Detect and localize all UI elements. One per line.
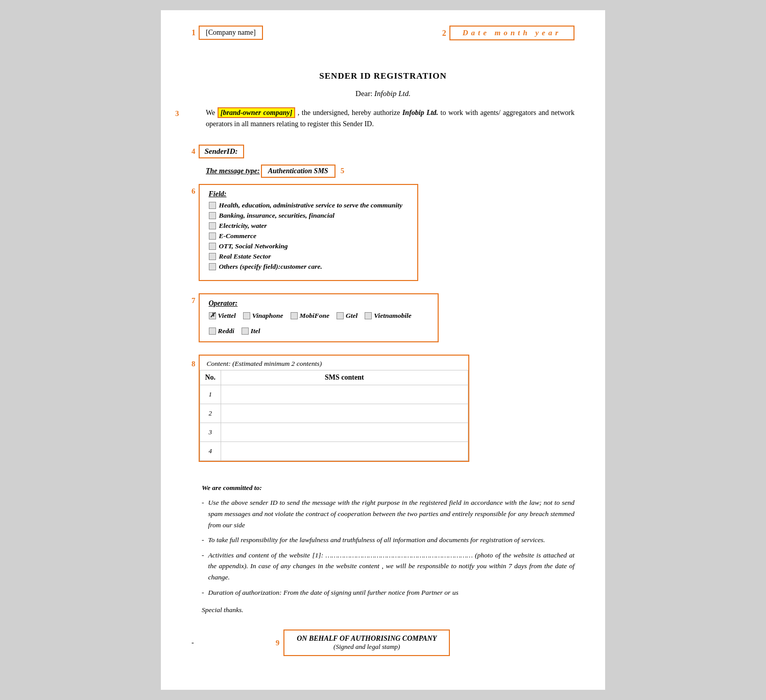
sms-content-cell[interactable] (221, 441, 468, 460)
number-7: 7 (192, 296, 196, 305)
checkbox-icon[interactable] (209, 263, 216, 270)
field-option[interactable]: Others (specify field):customer care. (209, 263, 408, 271)
operator-label-text: Itel (251, 327, 260, 335)
authorising-box: ON BEHALF OF AUTHORISING COMPANY (Signed… (283, 629, 450, 656)
infobip-italic: Infobip Ltd. (402, 109, 438, 116)
table-row: 2 (200, 404, 468, 423)
operator-label-text: Gtel (346, 312, 357, 320)
row-number: 3 (200, 423, 221, 441)
commitment-dash: - (202, 497, 204, 508)
commitment-item: -Activities and content of the website [… (202, 550, 574, 583)
operator-label: Operator: (209, 299, 428, 308)
number-9: 9 (276, 639, 280, 647)
field-option[interactable]: Health, education, administrative servic… (209, 201, 408, 209)
operator-checkbox[interactable] (291, 312, 298, 319)
authorising-subtitle: (Signed and legal stamp) (297, 643, 437, 651)
commitment-text: Use the above sender ID to send the mess… (208, 497, 575, 530)
field-label: Field: (209, 190, 408, 198)
content-table: No. SMS content 1234 (200, 370, 468, 461)
commitment-dash: - (202, 534, 204, 546)
operator-item[interactable]: Vinaphone (243, 312, 283, 320)
table-row: 4 (200, 441, 468, 460)
row-number: 2 (200, 404, 221, 423)
field-option-label: E-Commerce (219, 232, 257, 240)
col-no-header: No. (200, 370, 221, 385)
checkbox-icon[interactable] (209, 222, 216, 229)
operator-item[interactable]: ✗Viettel (209, 312, 236, 320)
field-option-label: Electricity, water (219, 222, 267, 230)
number-2: 2 (442, 29, 446, 38)
operator-label-text: Vinaphone (252, 312, 283, 320)
dear-company: Infobip Ltd. (374, 89, 411, 98)
field-option-label: Others (specify field):customer care. (219, 263, 322, 271)
field-option[interactable]: OTT, Social Networking (209, 242, 408, 250)
operator-checkbox[interactable] (337, 312, 344, 319)
field-option-label: OTT, Social Networking (219, 242, 288, 250)
field-section: Field: Health, education, administrative… (199, 184, 418, 281)
operator-item[interactable]: Gtel (337, 312, 357, 320)
special-thanks: Special thanks. (202, 606, 574, 614)
operator-checkbox[interactable] (243, 312, 250, 319)
field-option[interactable]: Real Estate Sector (209, 252, 408, 261)
commitment-dash: - (202, 550, 204, 561)
table-row: 3 (200, 423, 468, 441)
field-option[interactable]: Electricity, water (209, 222, 408, 230)
operator-item[interactable]: Reddi (209, 327, 234, 335)
body-intro: We (206, 109, 215, 116)
field-option-label: Banking, insurance, securities, financia… (219, 212, 335, 220)
operator-checkbox[interactable] (365, 312, 372, 319)
checkbox-icon[interactable] (209, 202, 216, 209)
checkbox-icon[interactable] (209, 243, 216, 250)
number-5: 5 (341, 167, 345, 175)
page-title: SENDER ID REGISTRATION (192, 71, 574, 81)
row-number: 1 (200, 385, 221, 404)
operator-item[interactable]: MobiFone (291, 312, 330, 320)
table-row: 1 (200, 385, 468, 404)
commitment-item: -Duration of authorization: From the dat… (202, 587, 574, 598)
commitment-item: -Use the above sender ID to send the mes… (202, 497, 574, 530)
number-1: 1 (192, 28, 196, 37)
operator-item[interactable]: Vietnamobile (365, 312, 412, 320)
row-number: 4 (200, 441, 221, 460)
operator-label-text: Vietnamobile (374, 312, 412, 320)
number-4: 4 (192, 147, 196, 156)
commitment-text: Activities and content of the website [1… (208, 550, 575, 583)
field-option[interactable]: E-Commerce (209, 232, 408, 240)
operator-item[interactable]: Itel (242, 327, 260, 335)
commitments-section: We are committed to: -Use the above send… (202, 482, 574, 598)
sms-content-cell[interactable] (221, 423, 468, 441)
operator-checkbox[interactable]: ✗ (209, 312, 216, 319)
checkbox-icon[interactable] (209, 232, 216, 240)
footer-dash: - (192, 639, 194, 647)
sms-content-cell[interactable] (221, 385, 468, 404)
content-header: Content: (Estimated minimum 2 contents) (200, 356, 468, 370)
number-3: 3 (175, 107, 179, 120)
commitment-text: To take full responsibility for the lawf… (208, 534, 545, 546)
content-section: Content: (Estimated minimum 2 contents) … (199, 355, 469, 462)
operator-checkbox[interactable] (242, 328, 249, 335)
field-option[interactable]: Banking, insurance, securities, financia… (209, 212, 408, 220)
operator-label-text: Reddi (218, 327, 234, 335)
company-name-field[interactable]: [Company name] (199, 26, 263, 40)
commitment-text: Duration of authorization: From the date… (208, 587, 459, 598)
operator-checkbox[interactable] (209, 328, 216, 335)
brand-owner-field[interactable]: [brand-owner company] (218, 107, 296, 118)
sms-content-cell[interactable] (221, 404, 468, 423)
operator-label-text: MobiFone (300, 312, 330, 320)
message-type-value[interactable]: Authentication SMS (261, 165, 336, 178)
commitment-dash: - (202, 587, 204, 598)
sender-id-label[interactable]: SenderID: (199, 145, 244, 158)
message-type-label: The message type: (206, 167, 260, 175)
checkbox-icon[interactable] (209, 212, 216, 219)
col-sms-header: SMS content (221, 370, 468, 385)
operator-label-text: Viettel (218, 312, 236, 320)
checkbox-icon[interactable] (209, 253, 216, 260)
dear-label: Dear: (355, 89, 372, 98)
number-8: 8 (192, 360, 196, 368)
authorising-title: ON BEHALF OF AUTHORISING COMPANY (297, 635, 437, 643)
number-6: 6 (192, 187, 196, 196)
field-option-label: Health, education, administrative servic… (219, 201, 403, 209)
commitment-item: -To take full responsibility for the law… (202, 534, 574, 546)
date-field[interactable]: Date month year (449, 26, 574, 40)
body-middle: , the undersigned, hereby authorize (298, 109, 400, 116)
